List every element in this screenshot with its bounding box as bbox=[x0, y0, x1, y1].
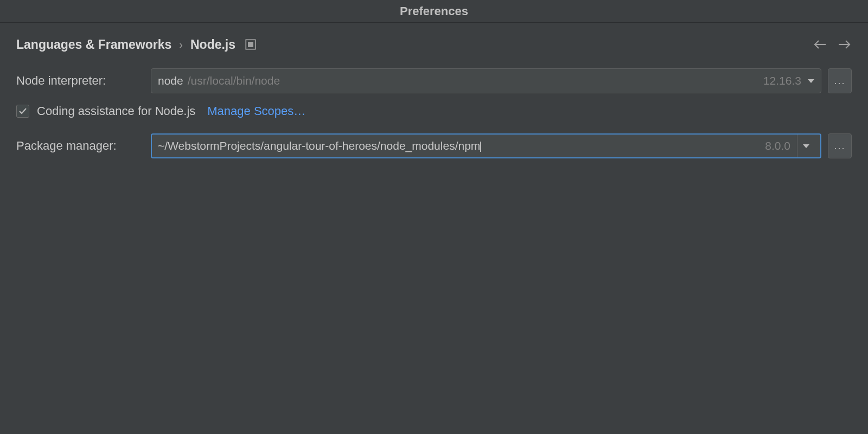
package-manager-row: Package manager: ~/WebstormProjects/angu… bbox=[16, 133, 852, 158]
node-interpreter-name: node bbox=[158, 74, 183, 87]
package-manager-version: 8.0.0 bbox=[765, 139, 790, 152]
forward-button[interactable] bbox=[837, 37, 852, 52]
node-interpreter-path: /usr/local/bin/node bbox=[188, 74, 763, 87]
coding-assistance-row: Coding assistance for Node.js Manage Sco… bbox=[16, 104, 852, 118]
browse-node-interpreter-button[interactable]: ... bbox=[828, 68, 852, 93]
window-title: Preferences bbox=[400, 4, 468, 18]
breadcrumb-current: Node.js bbox=[190, 37, 235, 52]
ellipsis-icon: ... bbox=[834, 75, 845, 87]
node-interpreter-combobox[interactable]: node /usr/local/bin/node 12.16.3 bbox=[151, 68, 821, 93]
dropdown-icon[interactable] bbox=[808, 79, 814, 83]
node-interpreter-label: Node interpreter: bbox=[16, 74, 151, 88]
svg-rect-1 bbox=[248, 42, 253, 47]
manage-scopes-link[interactable]: Manage Scopes… bbox=[207, 104, 305, 118]
chevron-right-icon: › bbox=[179, 39, 183, 51]
breadcrumb: Languages & Frameworks › Node.js bbox=[16, 37, 813, 52]
ellipsis-icon: ... bbox=[834, 141, 845, 152]
package-manager-combobox[interactable]: ~/WebstormProjects/angular-tour-of-heroe… bbox=[151, 133, 821, 158]
dropdown-icon[interactable] bbox=[797, 135, 814, 157]
breadcrumb-parent[interactable]: Languages & Frameworks bbox=[16, 37, 171, 52]
node-interpreter-row: Node interpreter: node /usr/local/bin/no… bbox=[16, 68, 852, 93]
check-icon bbox=[18, 107, 27, 116]
header-row: Languages & Frameworks › Node.js bbox=[0, 23, 868, 62]
settings-content: Node interpreter: node /usr/local/bin/no… bbox=[0, 62, 868, 176]
window-title-bar: Preferences bbox=[0, 0, 868, 23]
node-interpreter-version: 12.16.3 bbox=[763, 74, 801, 87]
nav-arrows bbox=[813, 37, 852, 52]
coding-assistance-label: Coding assistance for Node.js bbox=[37, 104, 195, 118]
package-manager-path: ~/WebstormProjects/angular-tour-of-heroe… bbox=[158, 139, 765, 152]
back-button[interactable] bbox=[813, 37, 828, 52]
browse-package-manager-button[interactable]: ... bbox=[828, 133, 852, 158]
coding-assistance-checkbox[interactable] bbox=[16, 105, 29, 118]
project-scope-icon[interactable] bbox=[245, 39, 256, 50]
package-manager-label: Package manager: bbox=[16, 139, 151, 153]
